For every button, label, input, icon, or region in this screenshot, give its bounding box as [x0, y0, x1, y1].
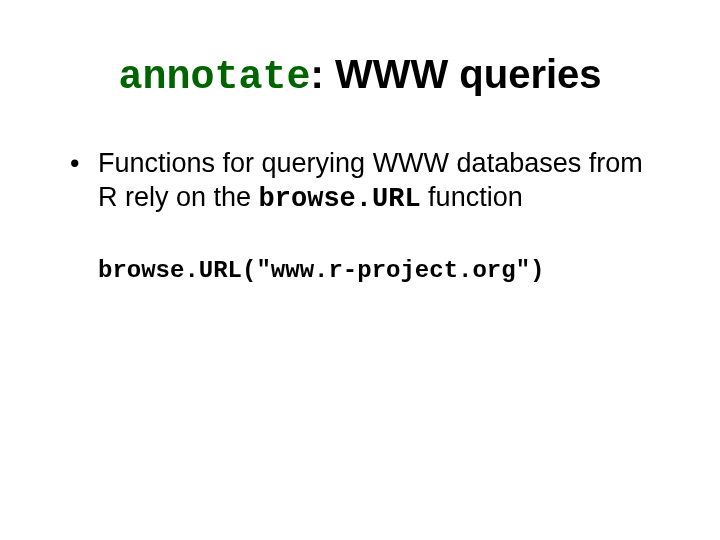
- inline-code: browse.URL: [259, 184, 421, 214]
- bullet-list: Functions for querying WWW databases fro…: [70, 147, 665, 217]
- bullet-text-after: function: [421, 182, 523, 212]
- title-rest: : WWW queries: [310, 52, 601, 96]
- bullet-item: Functions for querying WWW databases fro…: [70, 147, 665, 217]
- title-keyword: annotate: [118, 55, 310, 100]
- code-example: browse.URL("www.r-project.org"): [98, 257, 665, 284]
- slide-container: annotate: WWW queries Functions for quer…: [0, 0, 720, 540]
- slide-title: annotate: WWW queries: [55, 50, 665, 102]
